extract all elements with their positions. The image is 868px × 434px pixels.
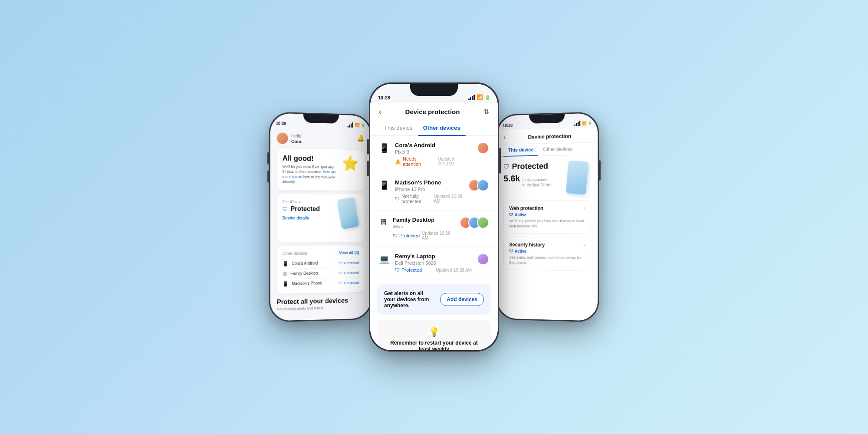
center-screen-content: ‹ Device protection ⇅ This device Other … [370, 103, 498, 350]
notification-bell-icon[interactable]: 🔔 [357, 135, 365, 142]
right-tab-this-device[interactable]: This device [503, 144, 538, 156]
device-list: 📱 Cora's Android Pixel 3 ⚠️ Needs attent… [370, 136, 498, 279]
web-protection-title: Web protection [509, 205, 543, 211]
user-avatar [277, 133, 288, 145]
vol-up-button[interactable] [267, 152, 269, 164]
battery-icon-right: 🔋 [588, 121, 592, 125]
battery-icon-center: 🔋 [485, 95, 490, 100]
tab-other-devices-label: Other devices [423, 125, 460, 131]
right-protected-left: 🛡 Protected 5.6k Links scannedin the las… [503, 161, 551, 188]
cora-status-row: ⚠️ Needs attention Updated 09/14/21 [395, 156, 472, 167]
center-vol-down[interactable] [367, 161, 369, 176]
sig-c-4 [473, 95, 475, 100]
avatar-f3 [477, 217, 489, 229]
nav-title: Device protection [405, 108, 460, 115]
add-devices-button[interactable]: Add devices [440, 293, 484, 306]
restart-icon: 💡 [384, 327, 484, 337]
phones-container: 10:28 📶 🔋 [265, 82, 603, 352]
imac-icon: 🖥 [379, 217, 388, 227]
list-item[interactable]: 📱 Cora's Android Pixel 3 ⚠️ Needs attent… [370, 136, 498, 173]
device-status-2: 🛡 Protected [339, 271, 359, 275]
sort-icon[interactable]: ⇅ [483, 108, 489, 116]
greeting-text: Hello, Cora. [291, 133, 302, 145]
greeting-left: Hello, Cora. [277, 132, 302, 145]
view-all-link[interactable]: View all (4) [339, 250, 359, 255]
right-phone-illustration [567, 161, 592, 195]
right-tab-this-label: This device [508, 147, 534, 153]
madison-updated: Updated 10:28 AM [434, 194, 463, 204]
device-cora-info: Cora's Android Pixel 3 ⚠️ Needs attentio… [395, 142, 472, 167]
notch-left [303, 114, 339, 123]
device-name-3: Madison's Phone [292, 281, 322, 286]
right-nav-title: Device protection [509, 132, 591, 140]
links-scanned-row: 5.6k Links scannedin the last 24 hrs [503, 173, 551, 188]
phone-illustration [339, 198, 361, 230]
security-history-arrow: › [584, 243, 585, 248]
web-protection-arrow: › [584, 205, 585, 211]
restart-banner: 💡 Remember to restart your device at lea… [377, 320, 491, 350]
status-time-left: 10:28 [276, 121, 286, 126]
phone-right-inner: 10:28 📶 🔋 [497, 113, 598, 321]
right-tab-other-devices[interactable]: Other devices [538, 143, 577, 155]
right-back-button[interactable]: ‹ [503, 134, 506, 141]
right-protected-label: Protected [512, 161, 548, 171]
protect-all-sub: Get security alerts and status [277, 305, 365, 311]
protected-label: Protected [290, 205, 320, 213]
list-item[interactable]: 🖥 Family Desktop iMac 🛡 Protected [370, 210, 498, 247]
sig-c-3 [472, 96, 473, 100]
family-desktop-info: Family Desktop iMac 🛡 Protected Updated … [393, 217, 454, 240]
cora-status: ⚠️ Needs attention [395, 156, 436, 167]
all-good-text: All good! We'll let you know if we spot … [283, 154, 338, 185]
tab-other-devices[interactable]: Other devices [418, 120, 466, 135]
device-status-3: 🛡 Protected [339, 281, 359, 285]
signal-bars-right [574, 121, 580, 126]
list-item[interactable]: 📱 Madison's Phone iPhone 13 Pro 🛡 Not fu… [370, 173, 498, 210]
cora-status-label: Needs attention [403, 156, 436, 167]
family-desktop-name: Family Desktop [393, 217, 454, 223]
security-history-title: Security history [509, 242, 545, 248]
nav-header: ‹ Device protection ⇅ [370, 103, 498, 120]
add-devices-text: Get alerts on all your devices from anyw… [384, 290, 436, 309]
security-history-card[interactable]: Security history › 🛡 Active See alerts, … [503, 237, 591, 271]
right-power[interactable] [599, 160, 601, 181]
shield-small-1: 🛡 [339, 261, 343, 265]
right-screen-content: ‹ Device protection This device Other de… [497, 128, 598, 321]
web-protection-card[interactable]: Web protection › 🛡 Active We'll help pro… [503, 200, 591, 234]
madison-status: 🛡 Not fully protected [395, 194, 431, 204]
laptop-icon: 💻 [379, 254, 390, 264]
remy-status: 🛡 Protected [395, 267, 422, 273]
security-shield-icon: 🛡 [509, 249, 513, 253]
status-icons-left: 📶 🔋 [348, 122, 365, 128]
wifi-icon-right: 📶 [582, 121, 586, 125]
remy-updated: Updated 10:28 AM [436, 268, 472, 273]
this-device-card: This iPhone 🛡 Protected Device details [277, 194, 365, 243]
remy-device-name: Remy's Laptop [395, 253, 472, 260]
list-item[interactable]: 🖥 Family Desktop 🛡 Protected [283, 268, 359, 279]
all-good-title: All good! [283, 154, 338, 163]
center-vol-up[interactable] [367, 139, 369, 155]
phone-center: 10:28 📶 🔋 [369, 82, 499, 352]
tips-link[interactable]: here are more tips [283, 170, 336, 179]
list-item[interactable]: 📱 Cora's Android 🛡 Protected [283, 258, 359, 269]
madison-device-name: Madison's Phone [395, 179, 463, 186]
back-button[interactable]: ‹ [379, 107, 381, 116]
right-protected-section: 🛡 Protected 5.6k Links scannedin the las… [503, 161, 591, 196]
signal-bars-left [348, 122, 353, 128]
status-icons-right: 📶 🔋 [574, 120, 592, 126]
remy-status-label: Protected [401, 267, 422, 273]
center-power[interactable] [499, 148, 501, 174]
avatar-r1 [477, 253, 489, 265]
links-count: 5.6k [503, 174, 520, 184]
restart-title: Remember to restart your device at least… [384, 340, 484, 350]
list-item[interactable]: 📱 Madison's Phone 🛡 Protected [283, 278, 359, 289]
vol-down-button[interactable] [267, 171, 269, 183]
list-item[interactable]: 💻 Remy's Laptop Dell Precision 5820 🛡 Pr… [370, 247, 498, 279]
right-main-content: 🛡 Protected 5.6k Links scannedin the las… [497, 155, 598, 280]
tab-this-device[interactable]: This device [379, 120, 418, 135]
phone-illus-body [337, 197, 359, 230]
status-label-2: Protected [344, 271, 359, 275]
signal-bar-2 [349, 125, 350, 127]
device-item-left: 📱 Cora's Android [283, 260, 318, 266]
user-name: Cora. [291, 138, 302, 145]
device-item-left-3: 📱 Madison's Phone [283, 280, 322, 287]
